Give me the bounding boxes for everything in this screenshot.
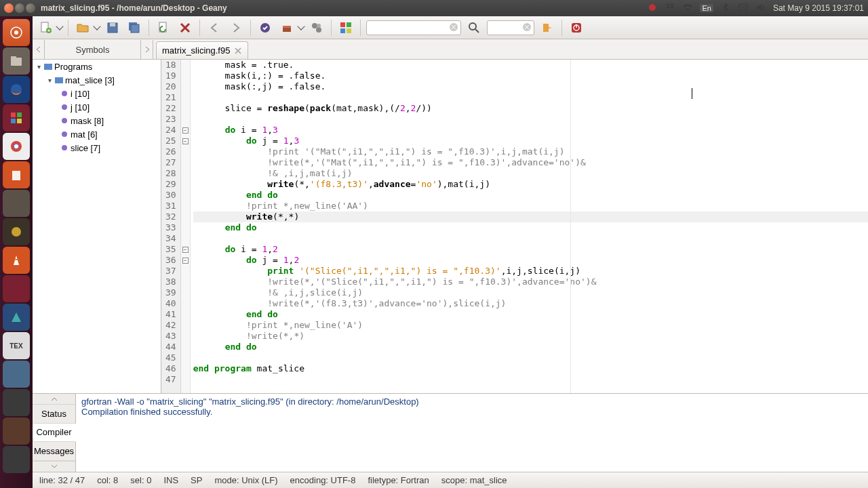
code-line[interactable]: !print *,new_line('A') bbox=[193, 320, 868, 331]
execute-button[interactable] bbox=[308, 19, 326, 37]
launcher-app4[interactable] bbox=[3, 275, 30, 302]
code-line[interactable]: !write(*,'(f8.3,t3)',advance='no'),slice… bbox=[193, 298, 868, 309]
launcher-files[interactable] bbox=[3, 47, 30, 75]
code-line[interactable] bbox=[193, 92, 868, 103]
build-dropdown[interactable] bbox=[297, 22, 304, 30]
fold-column[interactable]: −−−− bbox=[181, 60, 191, 393]
clear-search-icon[interactable] bbox=[449, 22, 458, 32]
tab-compiler[interactable]: Compiler bbox=[33, 424, 76, 442]
sidebar-tab-next[interactable] bbox=[141, 40, 153, 59]
sidebar-tab-symbols[interactable]: Symbols bbox=[45, 40, 141, 59]
code-line[interactable]: write(*,'(f8.3,t3)',advance='no'),mat(i,… bbox=[193, 179, 868, 190]
launcher-app8[interactable] bbox=[3, 418, 30, 445]
new-file-button[interactable] bbox=[37, 19, 54, 37]
launcher-firefox[interactable] bbox=[3, 76, 30, 103]
fold-toggle[interactable]: − bbox=[182, 138, 189, 144]
symbols-tree[interactable]: ▾Programs ▾mat_slice [3] i [10]j [10]mas… bbox=[33, 60, 161, 393]
open-file-dropdown[interactable] bbox=[93, 22, 100, 30]
launcher-app7[interactable] bbox=[3, 389, 30, 416]
tree-program[interactable]: mat_slice [3] bbox=[65, 75, 115, 85]
compile-button[interactable] bbox=[256, 19, 274, 37]
tree-var[interactable]: i [10] bbox=[33, 87, 161, 100]
reload-button[interactable] bbox=[155, 19, 172, 37]
launcher-app3[interactable] bbox=[3, 218, 30, 245]
code-line[interactable]: !write(*,'("Slice(",i1,",",i1,") is = ",… bbox=[193, 277, 868, 287]
find-button[interactable] bbox=[465, 19, 483, 37]
window-maximize-button[interactable] bbox=[26, 3, 35, 13]
tree-var[interactable]: mask [8] bbox=[33, 114, 161, 127]
code-line[interactable]: mask(i,:) = .false. bbox=[193, 70, 868, 81]
tab-close-icon[interactable] bbox=[234, 47, 242, 55]
tree-var[interactable]: j [10] bbox=[33, 100, 161, 114]
file-tab[interactable]: matrix_slicing.f95 bbox=[156, 41, 248, 59]
tree-var[interactable]: slice [7] bbox=[33, 141, 161, 155]
record-icon[interactable] bbox=[647, 2, 658, 15]
code-line[interactable]: print '("Slice(",i1,",",i1,") is = ",f10… bbox=[193, 266, 868, 277]
color-chooser-button[interactable] bbox=[337, 19, 355, 37]
launcher-dash[interactable] bbox=[3, 19, 30, 46]
messaging-icon[interactable] bbox=[738, 2, 749, 15]
code-line[interactable]: !print *,new_line('AA') bbox=[193, 201, 868, 211]
code-editor[interactable]: 1819202122232425262728293031323334353637… bbox=[161, 60, 868, 393]
code-line[interactable]: slice = reshape(pack(mat,mask),(/2,2/)) bbox=[193, 103, 868, 114]
code-line[interactable]: !& ,i,j,mat(i,j) bbox=[193, 168, 868, 179]
tree-root[interactable]: Programs bbox=[54, 62, 92, 72]
bluetooth-icon[interactable] bbox=[720, 2, 731, 15]
code-line[interactable]: mask(:,j) = .false. bbox=[193, 81, 868, 92]
launcher-app1[interactable] bbox=[3, 104, 30, 131]
wifi-icon[interactable] bbox=[682, 2, 693, 15]
sidebar-tab-prev[interactable] bbox=[33, 40, 45, 59]
code-line[interactable]: end do bbox=[193, 190, 868, 201]
compiler-output[interactable]: gfortran -Wall -o "matrix_slicing" "matr… bbox=[76, 394, 868, 472]
code-line[interactable]: write(*,*) bbox=[193, 211, 868, 222]
code-line[interactable]: mask = .true. bbox=[193, 60, 868, 70]
fold-toggle[interactable]: − bbox=[182, 247, 189, 253]
code-line[interactable]: !print '("Mat(",i1,",",i1,") is = ",f10.… bbox=[193, 146, 868, 157]
launcher-app5[interactable] bbox=[3, 304, 30, 331]
language-indicator[interactable]: En bbox=[700, 4, 713, 12]
tab-messages[interactable]: Messages bbox=[33, 442, 75, 460]
msg-scroll-up[interactable] bbox=[33, 394, 75, 405]
launcher-chrome[interactable] bbox=[3, 133, 30, 160]
dropbox-icon[interactable] bbox=[665, 2, 675, 15]
msg-scroll-down[interactable] bbox=[33, 461, 75, 472]
fold-toggle[interactable]: − bbox=[182, 127, 189, 134]
code-line[interactable]: end do bbox=[193, 309, 868, 320]
open-file-button[interactable] bbox=[74, 19, 92, 37]
code-line[interactable]: do i = 1,3 bbox=[193, 125, 868, 136]
fold-toggle[interactable]: − bbox=[182, 258, 189, 264]
sound-icon[interactable] bbox=[755, 2, 766, 15]
launcher-app2[interactable] bbox=[3, 190, 30, 217]
launcher-app9[interactable] bbox=[3, 446, 30, 473]
save-all-button[interactable] bbox=[125, 19, 143, 37]
code-line[interactable]: end do bbox=[193, 222, 868, 233]
code-line[interactable] bbox=[193, 233, 868, 244]
code-line[interactable] bbox=[193, 374, 868, 385]
save-button[interactable] bbox=[104, 19, 121, 37]
code-line[interactable]: end program mat_slice bbox=[193, 363, 868, 374]
search-input[interactable] bbox=[366, 20, 461, 35]
tab-status[interactable]: Status bbox=[33, 405, 75, 423]
tree-var[interactable]: mat [6] bbox=[33, 127, 161, 141]
clock[interactable]: Sat May 9 2015 19:37:01 bbox=[773, 3, 864, 13]
clear-goto-icon[interactable] bbox=[522, 22, 532, 32]
code-line[interactable]: !& ,i,j,slice(i,j) bbox=[193, 287, 868, 298]
goto-button[interactable] bbox=[538, 19, 556, 37]
launcher-tex[interactable]: TEX bbox=[3, 332, 30, 359]
code-line[interactable]: do j = 1,3 bbox=[193, 136, 868, 146]
launcher-vlc[interactable] bbox=[3, 247, 30, 274]
code-line[interactable]: do j = 1,2 bbox=[193, 255, 868, 266]
window-minimize-button[interactable] bbox=[15, 3, 24, 13]
close-file-button[interactable] bbox=[176, 19, 194, 37]
code-line[interactable] bbox=[193, 114, 868, 125]
code-line[interactable]: end do bbox=[193, 342, 868, 352]
nav-forward-button[interactable] bbox=[227, 19, 245, 37]
code-line[interactable]: !write(*,'("Mat(",i1,",",i1,") is = ",f1… bbox=[193, 157, 868, 168]
code-line[interactable] bbox=[193, 352, 868, 363]
launcher-software[interactable] bbox=[3, 161, 30, 188]
new-file-dropdown[interactable] bbox=[56, 22, 63, 30]
launcher-app6[interactable] bbox=[3, 361, 30, 388]
quit-button[interactable] bbox=[568, 19, 585, 37]
build-button[interactable] bbox=[278, 19, 296, 37]
nav-back-button[interactable] bbox=[205, 19, 223, 37]
